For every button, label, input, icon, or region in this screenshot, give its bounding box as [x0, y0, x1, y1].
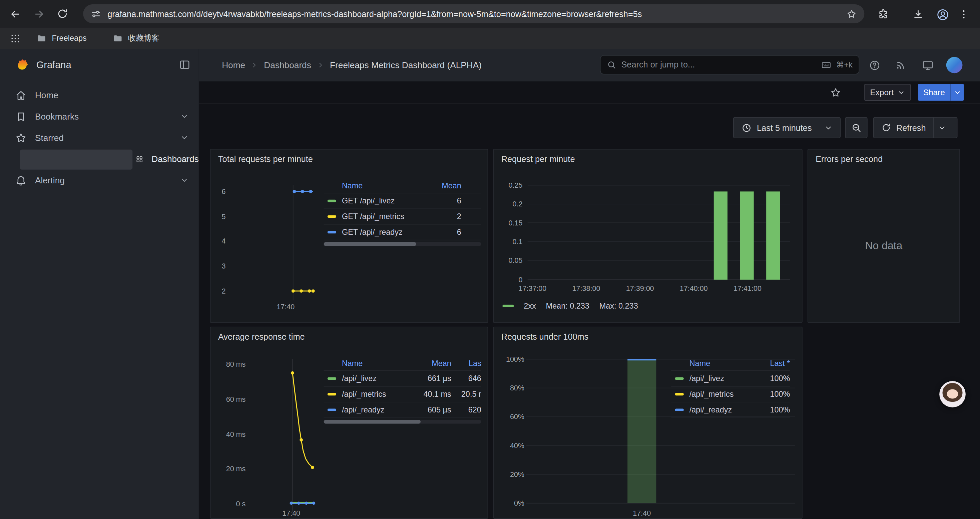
sidebar-item-label: Dashboards	[151, 154, 199, 164]
y-tick: 0 s	[210, 500, 245, 507]
forward-button[interactable]	[30, 5, 48, 22]
series-name[interactable]: /api/_livez	[342, 374, 407, 383]
panel-title[interactable]: Average response time	[218, 332, 305, 342]
sidebar-item-alerting[interactable]: Alerting	[0, 170, 199, 191]
legend-col-last[interactable]: Last *	[755, 359, 790, 368]
refresh-button[interactable]: Refresh	[873, 118, 933, 137]
y-tick: 6	[210, 188, 226, 195]
sidebar-item-label: Starred	[35, 133, 64, 143]
user-avatar[interactable]	[946, 57, 963, 73]
y-tick: 3	[210, 262, 226, 270]
legend-col-name[interactable]: Name	[342, 359, 407, 368]
share-caret-button[interactable]	[951, 84, 964, 101]
refresh-button-group: Refresh	[873, 117, 958, 138]
news-button[interactable]	[892, 56, 909, 74]
series-name[interactable]: GET /api/_metrics	[342, 212, 425, 221]
series-last: 646	[451, 374, 481, 383]
series-last: 20.5 r	[451, 390, 481, 398]
series-name[interactable]: GET /api/_readyz	[342, 228, 425, 236]
time-range-picker[interactable]: Last 5 minutes	[733, 117, 841, 138]
grafana-sidebar: Grafana Home Bookmarks Starred Dashboard…	[0, 49, 199, 519]
kebab-menu-icon	[958, 9, 969, 20]
help-button[interactable]	[865, 56, 883, 74]
url-text[interactable]: grafana.mathmast.com/d/deytv4rwavabkb/fr…	[107, 9, 840, 18]
line-chart[interactable]	[248, 359, 325, 512]
panel-under-100ms: Requests under 100ms 100% 80% 60% 40% 20…	[493, 327, 802, 519]
legend-header-row: Name Mean	[324, 178, 481, 193]
series-mean: 605 µs	[407, 406, 451, 414]
series-name[interactable]: /api/_metrics	[342, 390, 407, 398]
display-button[interactable]	[919, 56, 936, 74]
bookmark-item[interactable]: 收藏博客	[112, 27, 159, 49]
series-name[interactable]: /api/_readyz	[689, 406, 755, 414]
series-name[interactable]: 2xx	[524, 302, 536, 310]
downloads-button[interactable]	[909, 6, 927, 23]
chevron-down-icon	[953, 88, 961, 96]
site-info-icon[interactable]	[91, 8, 102, 19]
search-icon	[607, 60, 616, 69]
panel-title[interactable]: Errors per second	[816, 155, 883, 164]
apps-grid-button[interactable]	[6, 29, 24, 47]
legend-col-mean[interactable]: Mean	[407, 359, 451, 368]
panel-title[interactable]: Requests under 100ms	[501, 332, 589, 342]
panel-title[interactable]: Total requests per minute	[218, 155, 313, 164]
chevron-down-icon[interactable]	[180, 155, 189, 163]
series-name[interactable]: /api/_metrics	[689, 390, 755, 398]
search-box[interactable]: ⌘+k	[600, 55, 859, 75]
extensions-button[interactable]	[874, 6, 892, 23]
legend-col-mean[interactable]: Mean	[425, 181, 461, 190]
favorite-star-button[interactable]	[827, 84, 844, 101]
breadcrumb-dashboards[interactable]: Dashboards	[264, 60, 311, 70]
active-highlight	[20, 150, 132, 170]
y-tick: 100%	[494, 355, 524, 363]
bookmark-star-icon[interactable]	[846, 8, 857, 19]
y-tick: 0.15	[494, 219, 522, 227]
assistant-avatar-button[interactable]	[939, 381, 966, 407]
series-name[interactable]: GET /api/_livez	[342, 196, 425, 205]
sidebar-item-bookmarks[interactable]: Bookmarks	[0, 106, 199, 127]
y-tick: 80%	[494, 384, 524, 391]
line-chart[interactable]	[228, 185, 322, 300]
bookmark-item[interactable]: Freeleaps	[37, 27, 87, 49]
legend-col-name[interactable]: Name	[689, 359, 755, 368]
reload-button[interactable]	[54, 5, 71, 22]
y-tick: 4	[210, 237, 226, 244]
legend-col-name[interactable]: Name	[342, 181, 425, 190]
sidebar-item-label: Home	[35, 90, 58, 100]
legend-row: GET /api/_livez 6	[324, 193, 481, 209]
star-icon	[15, 132, 27, 144]
series-name[interactable]: /api/_readyz	[342, 406, 407, 414]
search-input[interactable]	[621, 60, 816, 69]
sidebar-item-starred[interactable]: Starred	[0, 127, 199, 148]
export-button[interactable]: Export	[864, 84, 911, 101]
y-tick: 40%	[494, 442, 524, 449]
zoom-out-icon	[851, 122, 862, 133]
back-button[interactable]	[6, 5, 24, 22]
url-bar[interactable]: grafana.mathmast.com/d/deytv4rwavabkb/fr…	[83, 4, 864, 23]
legend-col-last[interactable]: Las	[451, 359, 481, 368]
share-label-segment[interactable]: Share	[918, 84, 950, 101]
bar-chart[interactable]	[527, 181, 790, 282]
browser-menu-button[interactable]	[955, 6, 972, 23]
refresh-interval-caret[interactable]	[934, 118, 951, 137]
sidebar-item-home[interactable]: Home	[0, 85, 199, 106]
share-button[interactable]: Share	[918, 84, 964, 101]
series-color-swatch	[328, 377, 336, 380]
scrollbar-thumb[interactable]	[324, 420, 421, 423]
chevron-down-icon[interactable]	[180, 176, 189, 185]
series-color-swatch	[502, 305, 514, 307]
panel-title[interactable]: Request per minute	[501, 155, 575, 164]
profile-button[interactable]	[934, 6, 951, 23]
scrollbar-thumb[interactable]	[324, 242, 416, 246]
zoom-out-button[interactable]	[845, 117, 867, 138]
chevron-down-icon[interactable]	[180, 112, 189, 121]
sidebar-item-dashboards[interactable]: Dashboards	[0, 148, 199, 170]
chevron-down-icon	[897, 88, 905, 96]
panel-errors-per-second: Errors per second No data	[808, 149, 960, 323]
chevron-down-icon[interactable]	[180, 133, 189, 142]
legend-row: /api/_livez 100%	[671, 371, 790, 387]
sidebar-toggle-button[interactable]	[179, 59, 191, 71]
series-name[interactable]: /api/_livez	[689, 374, 755, 383]
breadcrumb-home[interactable]: Home	[222, 60, 245, 70]
screen: grafana.mathmast.com/d/deytv4rwavabkb/fr…	[0, 0, 980, 519]
